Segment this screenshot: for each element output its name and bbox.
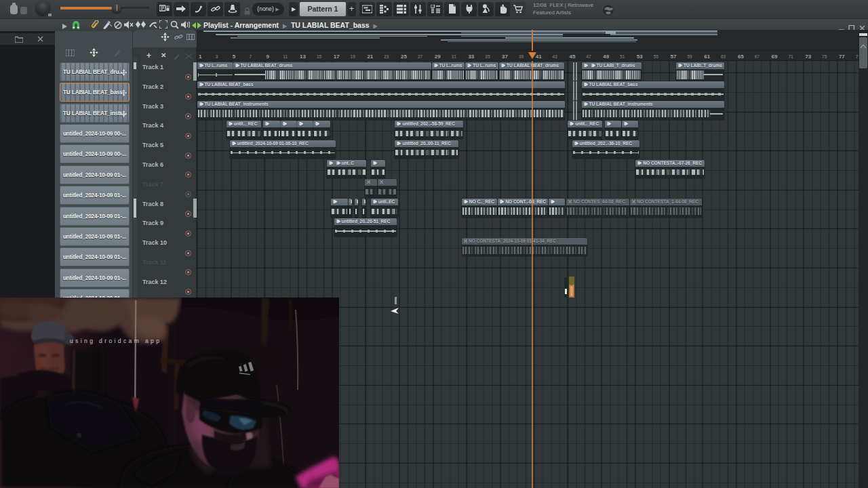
- svg-text:using droidcam app: using droidcam app: [70, 338, 161, 344]
